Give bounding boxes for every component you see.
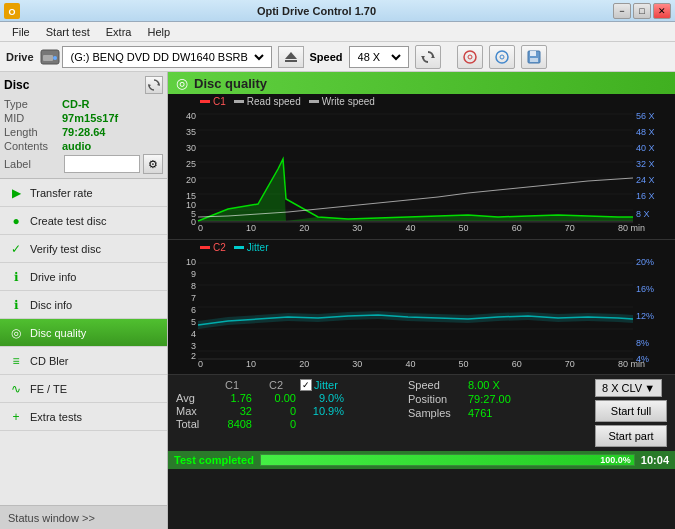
- x-label-50: 50: [459, 223, 469, 233]
- sidebar-item-create-test-disc[interactable]: ● Create test disc: [0, 207, 167, 235]
- disc-icon-2: [495, 50, 509, 64]
- sidebar-item-drive-info[interactable]: ℹ Drive info: [0, 263, 167, 291]
- refresh-button[interactable]: [415, 45, 441, 69]
- maximize-button[interactable]: □: [633, 3, 651, 19]
- length-label: Length: [4, 126, 62, 138]
- sidebar-item-label: Drive info: [30, 271, 76, 283]
- eject-button[interactable]: [278, 46, 304, 68]
- contents-label: Contents: [4, 140, 62, 152]
- svg-text:35: 35: [186, 127, 196, 137]
- speed-clv-value: 8 X CLV: [602, 382, 642, 394]
- content-area: ◎ Disc quality C1 Read speed Write speed: [168, 72, 675, 529]
- svg-point-9: [464, 51, 476, 63]
- sidebar-item-verify-test-disc[interactable]: ✓ Verify test disc: [0, 235, 167, 263]
- sidebar-item-disc-info[interactable]: ℹ Disc info: [0, 291, 167, 319]
- sidebar-item-cd-bler[interactable]: ≡ CD Bler: [0, 347, 167, 375]
- position-label: Position: [408, 393, 464, 405]
- start-full-button[interactable]: Start full: [595, 400, 667, 422]
- legend-write-speed: Write speed: [309, 96, 375, 107]
- speed-info-panel: Speed 8.00 X Position 79:27.00 Samples 4…: [408, 379, 558, 419]
- progress-bar: 100.0%: [260, 454, 635, 466]
- disc-button-2[interactable]: [489, 45, 515, 69]
- disc-refresh-button[interactable]: [145, 76, 163, 94]
- label-settings-button[interactable]: ⚙: [143, 154, 163, 174]
- avg-row: Avg 1.76 0.00 9.0%: [176, 392, 396, 404]
- jitter-color: [234, 246, 244, 249]
- close-button[interactable]: ✕: [653, 3, 671, 19]
- samples-value: 4761: [468, 407, 492, 419]
- svg-marker-5: [285, 52, 297, 59]
- main-layout: Disc Type CD-R MID 97m15s17f Length 79:2…: [0, 72, 675, 529]
- write-speed-legend-label: Write speed: [322, 96, 375, 107]
- eject-icon: [284, 50, 298, 64]
- extra-tests-icon: +: [8, 409, 24, 425]
- svg-text:3: 3: [191, 341, 196, 351]
- menu-help[interactable]: Help: [139, 24, 178, 40]
- speed-selector[interactable]: 48 X: [349, 46, 409, 68]
- type-value: CD-R: [62, 98, 90, 110]
- start-part-button[interactable]: Start part: [595, 425, 667, 447]
- max-jitter: 10.9%: [300, 405, 344, 417]
- sidebar-item-extra-tests[interactable]: + Extra tests: [0, 403, 167, 431]
- menu-start-test[interactable]: Start test: [38, 24, 98, 40]
- label-label: Label: [4, 158, 61, 170]
- x-label-50: 50: [459, 359, 469, 369]
- status-window-panel[interactable]: Status window >>: [0, 505, 167, 529]
- samples-row: Samples 4761: [408, 407, 558, 419]
- save-button[interactable]: [521, 45, 547, 69]
- jitter-checkbox-container: ✓ Jitter: [300, 379, 338, 391]
- menu-extra[interactable]: Extra: [98, 24, 140, 40]
- drive-dropdown[interactable]: (G:) BENQ DVD DD DW1640 BSRB: [67, 50, 267, 64]
- disc-button-1[interactable]: [457, 45, 483, 69]
- svg-rect-14: [530, 51, 536, 56]
- sidebar-item-fe-te[interactable]: ∿ FE / TE: [0, 375, 167, 403]
- legend-c1: C1: [200, 96, 226, 107]
- speed-value-stat: 8.00 X: [468, 379, 500, 391]
- bottom-chart-container: C2 Jitter 10 9 8 7 6 5 4 3 2 20%: [168, 239, 675, 374]
- col-c1-header: C1: [212, 379, 252, 391]
- position-row: Position 79:27.00: [408, 393, 558, 405]
- speed-clv-selector[interactable]: 8 X CLV ▼: [595, 379, 662, 397]
- stats-table: C1 C2 ✓ Jitter Avg 1.76 0.00 9.0% Max: [176, 379, 396, 430]
- x-label-20: 20: [299, 223, 309, 233]
- jitter-checkbox[interactable]: ✓: [300, 379, 312, 391]
- bottom-legend: C2 Jitter: [168, 240, 675, 255]
- max-c1: 32: [212, 405, 252, 417]
- svg-rect-15: [530, 58, 538, 62]
- svg-text:8: 8: [191, 281, 196, 291]
- svg-text:20: 20: [186, 175, 196, 185]
- menu-file[interactable]: File: [4, 24, 38, 40]
- svg-rect-6: [285, 60, 297, 62]
- svg-point-12: [500, 55, 504, 59]
- drive-selector[interactable]: (G:) BENQ DVD DD DW1640 BSRB: [62, 46, 272, 68]
- stats-bar: C1 C2 ✓ Jitter Avg 1.76 0.00 9.0% Max: [168, 374, 675, 451]
- sidebar: Disc Type CD-R MID 97m15s17f Length 79:2…: [0, 72, 168, 529]
- status-completed-text: Test completed: [174, 454, 254, 466]
- jitter-header-label: Jitter: [314, 379, 338, 391]
- top-chart-svg: 40 35 30 25 20 15 10 5 0 56 X 48 X 40 X …: [168, 109, 675, 227]
- sidebar-item-transfer-rate[interactable]: ▶ Transfer rate: [0, 179, 167, 207]
- length-value: 79:28.64: [62, 126, 105, 138]
- disc-panel: Disc Type CD-R MID 97m15s17f Length 79:2…: [0, 72, 167, 179]
- svg-text:16%: 16%: [636, 284, 654, 294]
- total-c1: 8408: [212, 418, 252, 430]
- speed-dropdown[interactable]: 48 X: [354, 50, 404, 64]
- disc-quality-icon: ◎: [8, 325, 24, 341]
- disc-contents-row: Contents audio: [4, 140, 163, 152]
- svg-text:20%: 20%: [636, 257, 654, 267]
- label-input[interactable]: [64, 155, 140, 173]
- disc-length-row: Length 79:28.64: [4, 126, 163, 138]
- drive-label: Drive: [6, 51, 34, 63]
- sidebar-item-label: CD Bler: [30, 355, 69, 367]
- minimize-button[interactable]: −: [613, 3, 631, 19]
- svg-text:9: 9: [191, 269, 196, 279]
- arrows-icon: [148, 79, 160, 91]
- mid-value: 97m15s17f: [62, 112, 118, 124]
- samples-label: Samples: [408, 407, 464, 419]
- x-label-10: 10: [246, 223, 256, 233]
- sidebar-item-disc-quality[interactable]: ◎ Disc quality: [0, 319, 167, 347]
- total-row: Total 8408 0: [176, 418, 396, 430]
- x-label-30: 30: [352, 359, 362, 369]
- speed-row: Speed 8.00 X: [408, 379, 558, 391]
- svg-text:16 X: 16 X: [636, 191, 655, 201]
